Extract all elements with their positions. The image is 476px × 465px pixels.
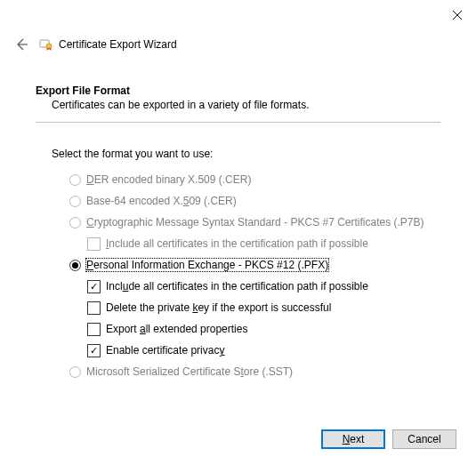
wizard-content: Export File Format Certificates can be e…: [36, 84, 440, 412]
radio-sst-label: Microsoft Serialized Certificate Store (…: [86, 365, 293, 378]
section-description: Certificates can be exported in a variet…: [36, 99, 440, 111]
check-pfx-extended-label: Export all extended properties: [106, 323, 247, 335]
radio-icon: [69, 260, 81, 271]
wizard-title: Certificate Export Wizard: [59, 38, 177, 51]
wizard-header: Certificate Export Wizard: [12, 34, 464, 55]
back-button[interactable]: [12, 36, 30, 53]
check-pfx-include[interactable]: ✓ Include all certificates in the certif…: [87, 276, 440, 297]
radio-der-label: DER encoded binary X.509 (.CER): [86, 173, 251, 186]
radio-pkcs7-label: Cryptographic Message Syntax Standard - …: [86, 216, 424, 228]
checkbox-icon: ✓: [87, 344, 101, 357]
section-divider: [36, 122, 440, 123]
checkbox-icon: [87, 301, 101, 315]
radio-icon: [69, 366, 81, 378]
cancel-button[interactable]: Cancel: [392, 429, 456, 449]
check-pfx-privacy-label: Enable certificate privacy: [106, 344, 224, 357]
radio-sst: Microsoft Serialized Certificate Store (…: [69, 361, 440, 382]
close-icon: [452, 10, 463, 20]
check-pfx-delete[interactable]: Delete the private key if the export is …: [87, 297, 440, 318]
section-heading: Export File Format: [36, 84, 440, 97]
check-pfx-delete-label: Delete the private key if the export is …: [106, 301, 331, 314]
format-prompt: Select the format you want to use:: [36, 148, 440, 160]
check-pkcs7-include: Include all certificates in the certific…: [87, 233, 440, 254]
checkbox-icon: [87, 237, 101, 251]
next-button[interactable]: Next: [321, 429, 385, 449]
checkbox-icon: ✓: [87, 280, 101, 293]
format-options: DER encoded binary X.509 (.CER) Base-64 …: [36, 169, 440, 382]
radio-base64-label: Base-64 encoded X.509 (.CER): [86, 195, 237, 207]
radio-pkcs7: Cryptographic Message Syntax Standard - …: [69, 212, 440, 233]
radio-icon: [69, 217, 81, 228]
wizard-footer: Next Cancel: [321, 429, 456, 449]
check-pfx-privacy[interactable]: ✓ Enable certificate privacy: [87, 340, 440, 361]
radio-pfx-label: Personal Information Exchange - PKCS #12…: [86, 259, 328, 271]
radio-der: DER encoded binary X.509 (.CER): [69, 169, 440, 190]
radio-pfx[interactable]: Personal Information Exchange - PKCS #12…: [69, 254, 440, 276]
check-pfx-extended[interactable]: Export all extended properties: [87, 318, 440, 340]
checkbox-icon: [87, 323, 101, 336]
radio-base64: Base-64 encoded X.509 (.CER): [69, 190, 440, 212]
certificate-wizard-icon: [39, 37, 53, 52]
close-button[interactable]: [449, 7, 465, 23]
radio-icon: [69, 174, 81, 186]
check-pfx-include-label: Include all certificates in the certific…: [106, 280, 368, 293]
back-arrow-icon: [14, 37, 28, 52]
check-pkcs7-include-label: Include all certificates in the certific…: [106, 237, 368, 250]
radio-icon: [69, 196, 81, 207]
